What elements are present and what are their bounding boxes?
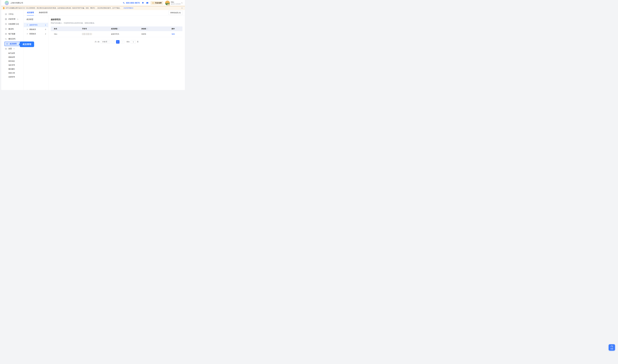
type-item-senior-member[interactable]: 高级成员 0: [24, 27, 48, 32]
page-size-value: 10条/页: [102, 41, 107, 43]
sidebar-item-ealbum[interactable]: 电子画册: [1, 31, 24, 37]
sidebar-subitem-label: 微信服务: [8, 68, 15, 70]
main-panel: 超级管理员 即账号的创建人，可使用管理后台的所有功能、查看全部数据。 姓名 手机…: [48, 15, 185, 90]
hotline: 400-800-9870: [123, 2, 140, 4]
notification-bell-icon[interactable]: [142, 2, 144, 4]
right-pane: 成员管理 身份组管理 待审批成员 (0) 成员类型 超级管理员 1 高级成员: [24, 10, 185, 90]
survey-doc-icon: [5, 23, 7, 25]
sidebar-subitem-my-orders[interactable]: 我的订单: [1, 71, 24, 75]
open-book-icon: [5, 33, 7, 35]
anti-fraud-banner: ! 本平台积极配合警方反诈工作！应公安部要求，我们将对生成的内容进行检测，如发现…: [1, 6, 185, 10]
sidebar-subitem-label: 域名管理: [8, 64, 15, 66]
sidebar-item-label: 电子画册: [8, 33, 15, 35]
cell-phone: [81, 31, 110, 37]
blurred-phone: [82, 33, 92, 35]
content-policy-link[interactable]: 《内容管理规范》: [122, 7, 134, 9]
sidebar-item-label: 问卷调研 (14): [8, 23, 19, 25]
sidebar-item-activation-code[interactable]: 激活码: [1, 26, 24, 31]
cell-name: Niko: [51, 31, 81, 37]
help-icon[interactable]: [147, 28, 148, 29]
goto-page-input[interactable]: [131, 40, 136, 44]
upgrade-label: 升级/续费: [155, 2, 162, 4]
tab-member-management[interactable]: 成员管理: [27, 10, 34, 15]
table-header-row: 姓名 手机号 成员类型 身份组 操作: [51, 26, 182, 31]
cell-role-group: 巡逻组: [140, 31, 171, 37]
app-window: 上海XX有限公司 400-800-9870 升级/续费: [1, 0, 185, 90]
user-name: Niko: [171, 1, 181, 3]
page-unit-label: 页: [137, 41, 139, 43]
sidebar-subitem-label: 账号设置: [8, 52, 15, 54]
sidebar-item-label: 微信活码: [8, 38, 15, 40]
sidebar: 工作台 内容管理 问卷调研 (14) 激活码 电子画册 微信活码: [1, 10, 24, 90]
sidebar-subitem-advanced-settings[interactable]: 高级设置: [1, 55, 24, 59]
sidebar-item-wechat-qrcode[interactable]: 微信活码: [1, 37, 24, 41]
top-header: 上海XX有限公司 400-800-9870 升级/续费: [1, 0, 185, 6]
cell-member-type: 超级管理员: [110, 31, 140, 37]
person-vip-icon: [27, 28, 28, 30]
grid-icon: [5, 18, 7, 20]
sidebar-subitem-invoice-management[interactable]: 发票管理: [1, 75, 24, 79]
goto-label: 前往: [126, 41, 130, 43]
col-actions: 操作: [171, 26, 182, 31]
sidebar-item-label: 成员管理: [10, 43, 16, 45]
page-size-select[interactable]: 10条/页: [101, 40, 110, 44]
edit-link[interactable]: 编辑: [172, 33, 175, 35]
company-logo: [5, 1, 9, 5]
next-page-button[interactable]: ›: [121, 40, 124, 44]
chevron-down-icon: [108, 41, 109, 42]
tab-role-group-management[interactable]: 身份组管理: [39, 10, 47, 15]
sidebar-item-label: 设置: [8, 48, 12, 50]
sidebar-item-label: 激活码: [8, 28, 13, 30]
phone-icon: [123, 2, 125, 4]
chevron-up-icon: [181, 2, 183, 4]
close-icon[interactable]: [181, 7, 183, 9]
chat-bubbles-icon: [5, 38, 7, 40]
upgrade-renew-button[interactable]: 升级/续费: [150, 1, 163, 5]
gear-icon: [5, 48, 7, 50]
message-icon[interactable]: [146, 2, 148, 4]
total-count: 共 1 条: [95, 41, 99, 43]
user-menu[interactable]: VIP Niko 组织ID:1329284: [165, 1, 183, 5]
type-item-normal-member[interactable]: 普通成员 2: [24, 32, 48, 36]
members-table: 姓名 手机号 成员类型 身份组 操作 Niko 超级管理员: [51, 26, 182, 37]
type-item-count: 2: [45, 33, 46, 35]
tab-bar: 成员管理 身份组管理 待审批成员 (0): [24, 10, 185, 15]
sidebar-item-label: 工作台: [8, 13, 13, 15]
sidebar-item-settings[interactable]: 设置: [1, 46, 24, 51]
current-page[interactable]: 1: [116, 40, 120, 44]
page-description: 即账号的创建人，可使用管理后台的所有功能、查看全部数据。: [51, 22, 182, 24]
sidebar-subitem-label: 我的订单: [8, 72, 15, 74]
type-item-label: 普通成员: [29, 33, 36, 35]
sidebar-subitem-org-info[interactable]: 组织信息: [1, 59, 24, 63]
sidebar-subitem-wechat-service[interactable]: 微信服务: [1, 67, 24, 71]
sidebar-item-content-management[interactable]: 内容管理: [1, 17, 24, 22]
type-item-super-admin[interactable]: 超级管理员 1: [24, 23, 48, 27]
type-item-label: 高级成员: [29, 28, 36, 30]
vip-badge: VIP: [167, 4, 170, 6]
hotline-number: 400-800-9870: [126, 2, 140, 4]
sidebar-item-workbench[interactable]: 工作台: [1, 12, 24, 17]
help-icon[interactable]: [118, 28, 119, 29]
chevron-right-icon: [17, 19, 18, 20]
content-area: 工作台 内容管理 问卷调研 (14) 激活码 电子画册 微信活码: [1, 10, 185, 90]
sidebar-subitem-domain-management[interactable]: 域名管理: [1, 63, 24, 67]
sidebar-item-survey[interactable]: 问卷调研 (14): [1, 22, 24, 26]
sidebar-subitem-account-settings[interactable]: 账号设置: [1, 51, 24, 55]
member-card-icon: [6, 43, 8, 45]
pending-members-button[interactable]: 待审批成员 (0): [168, 11, 183, 15]
monitor-icon: [5, 13, 7, 15]
sidebar-subitem-label: 高级设置: [8, 56, 15, 58]
col-name: 姓名: [51, 26, 81, 31]
company-name: 上海XX有限公司: [10, 2, 23, 4]
member-management-callout: 成员管理: [20, 41, 34, 47]
sidebar-subitem-label: 发票管理: [8, 76, 15, 78]
col-role-group: 身份组: [140, 26, 171, 31]
type-item-label: 超级管理员: [29, 24, 38, 26]
prev-page-button[interactable]: ‹: [111, 40, 115, 44]
type-item-count: 0: [45, 28, 46, 30]
shield-key-icon: [5, 28, 7, 30]
member-types-title: 成员类型: [24, 18, 48, 21]
cell-actions: 编辑: [171, 31, 182, 37]
chevron-down-icon: [13, 48, 15, 49]
warning-icon: !: [3, 7, 5, 9]
